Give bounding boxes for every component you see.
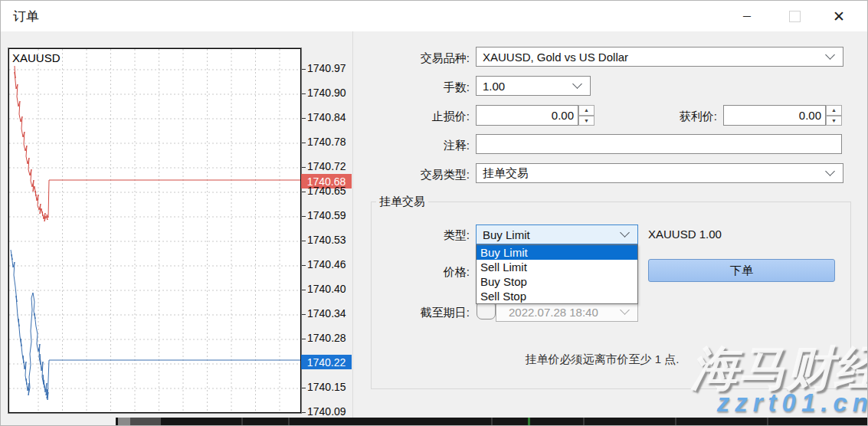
- minimize-icon: ─: [743, 10, 751, 22]
- stepper-down-icon[interactable]: ▼: [578, 116, 594, 126]
- stepper-down-icon[interactable]: ▼: [826, 116, 842, 126]
- taskbar-segment: [241, 418, 243, 425]
- chevron-down-icon: [825, 166, 835, 176]
- price-axis-label: 1740.09: [307, 405, 346, 418]
- price-axis-label: 1740.84: [307, 111, 346, 123]
- price-label: 价格:: [368, 265, 470, 280]
- symbol-value: XAUUSD, Gold vs US Dollar: [483, 51, 628, 64]
- dropdown-option-buy-stop[interactable]: Buy Stop: [477, 274, 637, 289]
- close-button[interactable]: ✕: [821, 1, 857, 31]
- price-axis-label: 1740.90: [307, 87, 346, 99]
- comment-input[interactable]: [476, 134, 842, 154]
- take-profit-label: 获利价:: [616, 110, 717, 124]
- stop-loss-label: 止损价:: [368, 110, 470, 124]
- background-taskbar-strip: [116, 418, 867, 425]
- stop-loss-stepper: ▲ ▼: [578, 105, 594, 126]
- price-axis-label: 1740.59: [307, 209, 346, 221]
- watermark-url: zzrt01.cn: [717, 388, 868, 418]
- bid-price-tag: 1740.22: [301, 355, 352, 369]
- dropdown-option-sell-stop[interactable]: Sell Stop: [477, 289, 637, 303]
- chevron-down-icon: [825, 50, 835, 60]
- chart-frame: XAUUSD: [8, 48, 302, 414]
- tick-chart[interactable]: XAUUSD: [8, 48, 301, 413]
- volume-value: 1.00: [483, 80, 505, 93]
- price-axis-label: 1740.34: [307, 307, 346, 320]
- taskbar-segment: [118, 418, 130, 425]
- comment-label: 注释:: [368, 139, 470, 153]
- dropdown-option-sell-limit[interactable]: Sell Limit: [477, 260, 637, 274]
- close-icon: ✕: [833, 8, 845, 25]
- order-type-combobox[interactable]: Buy Limit: [476, 224, 638, 244]
- chevron-down-icon: [572, 79, 582, 89]
- chevron-down-icon: [620, 228, 630, 238]
- order-dialog: 订单 ─ ✕ XAUUSD 1740.68 1740.22 1740.97174…: [0, 0, 868, 426]
- minimize-button[interactable]: ─: [729, 1, 765, 31]
- maximize-icon: [789, 11, 801, 22]
- take-profit-stepper: ▲ ▼: [826, 105, 842, 126]
- expiry-label: 截至期日:: [368, 306, 470, 320]
- chart-symbol-label: XAUUSD: [12, 51, 61, 64]
- stop-loss-value: 0.00: [552, 109, 574, 122]
- price-axis-label: 1740.53: [307, 234, 346, 246]
- trade-type-value: 挂单交易: [483, 166, 529, 181]
- price-axis-label: 1740.78: [307, 136, 346, 148]
- taskbar-segment: [288, 418, 290, 425]
- chart-canvas: [9, 49, 300, 412]
- place-order-button[interactable]: 下单: [648, 259, 835, 282]
- take-profit-input[interactable]: 0.00: [723, 105, 826, 126]
- expiry-value: 2022.07.28 18:40: [509, 306, 598, 319]
- price-axis-label: 1740.15: [307, 381, 346, 393]
- taskbar-segment: [491, 418, 493, 425]
- symbol-combobox[interactable]: XAUUSD, Gold vs US Dollar: [476, 47, 843, 67]
- taskbar-segment: [130, 418, 161, 425]
- stepper-up-icon[interactable]: ▲: [826, 105, 842, 116]
- taskbar-segment: [583, 418, 585, 425]
- titlebar: 订单 ─ ✕: [1, 1, 867, 31]
- price-axis-label: 1740.65: [307, 185, 346, 197]
- trade-type-label: 交易类型:: [368, 168, 470, 182]
- stepper-up-icon[interactable]: ▲: [578, 105, 594, 116]
- price-axis-label: 1740.97: [307, 62, 346, 74]
- symbol-label: 交易品种:: [368, 51, 470, 66]
- order-summary: XAUUSD 1.00: [648, 228, 722, 241]
- taskbar-segment: [675, 418, 676, 425]
- stop-loss-input[interactable]: 0.00: [476, 105, 578, 126]
- price-axis-label: 1740.46: [307, 258, 346, 270]
- price-axis-label: 1740.28: [307, 332, 346, 344]
- expiry-combobox: 2022.07.28 18:40: [496, 302, 638, 322]
- maximize-button: [777, 1, 812, 31]
- taskbar-segment: [528, 418, 530, 425]
- taskbar-segment: [767, 418, 768, 425]
- order-type-label: 类型:: [368, 228, 470, 243]
- trade-type-combobox[interactable]: 挂单交易: [476, 163, 843, 183]
- dropdown-option-buy-limit[interactable]: Buy Limit: [477, 245, 637, 260]
- price-scale: 1740.68 1740.22 1740.971740.901740.84174…: [303, 48, 353, 421]
- order-type-value: Buy Limit: [483, 228, 530, 241]
- window-title: 订单: [13, 8, 39, 25]
- price-axis-label: 1740.40: [307, 283, 346, 295]
- price-axis-label: 1740.72: [307, 160, 346, 172]
- pending-order-group-title: 挂单交易: [376, 195, 428, 209]
- volume-label: 手数:: [368, 80, 470, 95]
- take-profit-value: 0.00: [799, 109, 821, 122]
- volume-combobox[interactable]: 1.00: [476, 76, 591, 96]
- chevron-down-icon: [620, 305, 630, 315]
- order-type-dropdown: Buy Limit Sell Limit Buy Stop Sell Stop: [476, 244, 638, 304]
